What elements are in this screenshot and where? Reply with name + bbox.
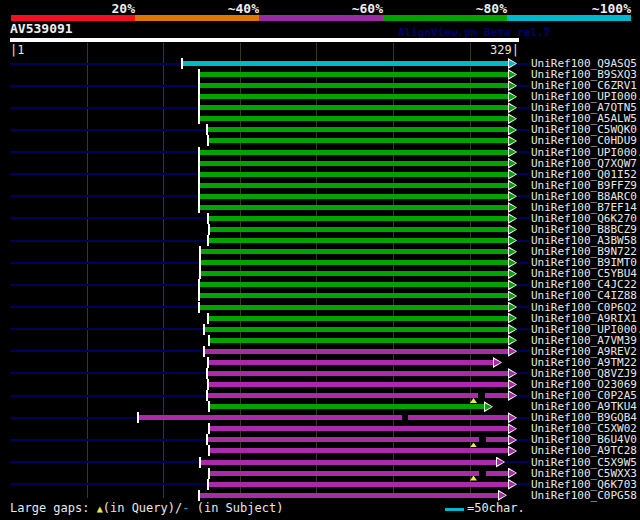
alignment-bar[interactable]: [199, 116, 509, 121]
alignment-bar[interactable]: [199, 282, 509, 287]
scale-segment-label: ~40%: [189, 1, 259, 16]
subject-gap-dash: [402, 415, 408, 420]
alignment-bar[interactable]: [199, 305, 509, 310]
subject-gap-dash: [479, 471, 486, 476]
alignment-start-tick: [207, 357, 209, 368]
alignment-start-tick: [203, 324, 205, 335]
alignment-bar[interactable]: [199, 493, 499, 498]
alignment-bar[interactable]: [200, 260, 509, 265]
legend-query-part: (in Query)/: [103, 501, 182, 515]
alignment-bar[interactable]: [209, 426, 509, 431]
alignment-bar[interactable]: [138, 415, 509, 420]
alignment-bar[interactable]: [199, 293, 509, 298]
alignment-label[interactable]: UniRef100_Q6K703: [531, 479, 637, 490]
alignment-label[interactable]: UniRef100_C4IZ88: [531, 290, 637, 301]
alignment-bar[interactable]: [209, 471, 509, 476]
alignment-bar[interactable]: [208, 216, 509, 221]
alignment-bar[interactable]: [207, 437, 509, 442]
alignment-start-tick: [207, 379, 209, 390]
alignment-bar[interactable]: [208, 482, 509, 487]
alignment-start-tick: [208, 401, 210, 412]
large-gaps-legend: Large gaps: ▲(in Query)/- (in Subject): [10, 501, 283, 515]
alignment-bar[interactable]: [204, 349, 509, 354]
alignment-bar[interactable]: [209, 338, 509, 343]
alignment-label[interactable]: UniRef100_C5X9W5: [531, 457, 637, 468]
alignment-start-tick: [207, 135, 209, 146]
alignment-bar[interactable]: [199, 72, 509, 77]
alignment-bar[interactable]: [208, 138, 509, 143]
alignment-start-tick: [207, 235, 209, 246]
alignment-start-tick: [203, 346, 205, 357]
alignment-start-tick: [199, 257, 201, 268]
alignment-start-tick: [198, 91, 200, 102]
alignment-bar[interactable]: [208, 316, 509, 321]
alignment-start-tick: [208, 224, 210, 235]
alignment-label[interactable]: UniRef100_C5WXX3: [531, 468, 637, 479]
alignment-bar[interactable]: [199, 183, 509, 188]
alignment-bar[interactable]: [182, 61, 509, 66]
scale-segment-label: ~100%: [561, 1, 631, 16]
legend-prefix: Large gaps:: [10, 501, 97, 515]
alignment-label[interactable]: UniRef100_A9TC28: [531, 445, 637, 456]
alignment-start-tick: [208, 468, 210, 479]
query-gap-triangle-icon: [470, 442, 477, 447]
alignment-start-tick: [199, 268, 201, 279]
alignment-start-tick: [198, 180, 200, 191]
alignment-bar[interactable]: [209, 448, 509, 453]
alignment-label[interactable]: UniRef100_Q7XQW7: [531, 158, 637, 169]
alignment-start-tick: [198, 158, 200, 169]
alignment-bar[interactable]: [204, 327, 509, 332]
alignment-start-tick: [198, 69, 200, 80]
gridline: [163, 43, 164, 498]
alignment-start-tick: [198, 490, 200, 501]
subject-gap-dash: [479, 437, 486, 442]
alignment-start-tick: [208, 423, 210, 434]
alignment-start-tick: [198, 169, 200, 180]
legend-subject-part: (in Subject): [189, 501, 283, 515]
ruler-end-label: 329|: [439, 43, 519, 57]
alignment-bar[interactable]: [209, 404, 485, 409]
alignment-label[interactable]: UniRef100_A9RIX1: [531, 313, 637, 324]
scale-segment-label: ~80%: [437, 1, 507, 16]
alignment-label[interactable]: UniRef100_C0HDU9: [531, 135, 637, 146]
alignment-start-tick: [198, 191, 200, 202]
query-ruler-bar: [10, 38, 519, 42]
alignment-bar[interactable]: [208, 360, 494, 365]
alignment-start-tick: [206, 124, 208, 135]
alignment-bar[interactable]: [200, 460, 497, 465]
alignment-start-tick: [198, 147, 200, 158]
alignment-start-tick: [198, 80, 200, 91]
alignment-bar[interactable]: [199, 83, 509, 88]
scale-segment-label: ~60%: [313, 1, 383, 16]
alignment-bar[interactable]: [209, 227, 509, 232]
ruler-start-label: |1: [10, 43, 24, 57]
alignment-start-tick: [181, 58, 183, 69]
alignment-bar[interactable]: [199, 105, 509, 110]
alignment-start-tick: [198, 290, 200, 301]
alignment-start-tick: [198, 202, 200, 213]
alignment-label[interactable]: UniRef100_UPI000..: [531, 147, 640, 158]
alignment-bar[interactable]: [208, 238, 509, 243]
alignment-bar[interactable]: [207, 393, 509, 398]
alignment-bar[interactable]: [208, 382, 509, 387]
alignment-bar[interactable]: [199, 172, 509, 177]
alignment-bar[interactable]: [199, 161, 509, 166]
alignment-label[interactable]: UniRef100_C0P6Q2: [531, 302, 637, 313]
alignment-start-tick: [198, 113, 200, 124]
alignment-bar[interactable]: [207, 371, 509, 376]
alignview-overview: 20%~40%~60%~80%~100% AV539091 AlignView.…: [0, 0, 640, 520]
alignment-bar[interactable]: [199, 150, 509, 155]
alignment-bar[interactable]: [200, 271, 509, 276]
alignment-label[interactable]: UniRef100_C0PG58: [531, 490, 637, 501]
alignment-start-tick: [137, 412, 139, 423]
alignment-start-tick: [199, 246, 201, 257]
alignment-start-tick: [199, 457, 201, 468]
alignment-bar[interactable]: [199, 205, 509, 210]
alignment-bar[interactable]: [200, 249, 509, 254]
query-gap-triangle-icon: [470, 398, 477, 403]
alignment-bar[interactable]: [199, 94, 509, 99]
alignment-bar[interactable]: [199, 194, 509, 199]
alignment-bar[interactable]: [207, 127, 509, 132]
alignment-start-tick: [198, 279, 200, 290]
alignment-start-tick: [207, 479, 209, 490]
